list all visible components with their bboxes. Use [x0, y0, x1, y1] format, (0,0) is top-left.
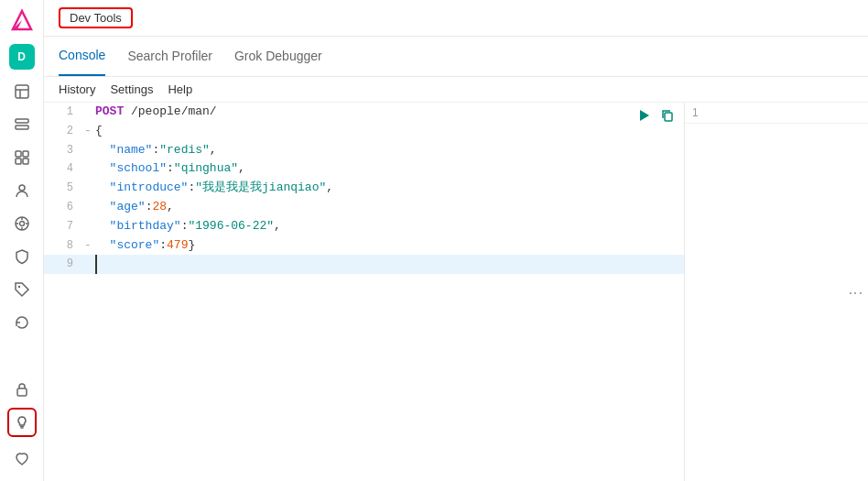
layers-icon[interactable] — [7, 110, 37, 139]
svg-rect-10 — [23, 159, 28, 164]
svg-rect-2 — [16, 85, 28, 98]
code-editor[interactable]: 1 POST /people/man/ 2 - { 3 "name":"redi… — [44, 103, 684, 481]
code-line-4: 4 "school":"qinghua", — [44, 159, 684, 179]
help-menu[interactable]: Help — [168, 82, 192, 96]
svg-rect-9 — [16, 159, 21, 164]
app-logo — [9, 7, 35, 33]
code-line-7: 7 "birthday":"1996-06-22", — [44, 217, 684, 236]
header: Dev Tools — [44, 0, 868, 37]
home-icon[interactable] — [7, 77, 37, 106]
code-line-1: 1 POST /people/man/ — [44, 103, 684, 122]
svg-rect-23 — [665, 113, 672, 121]
sidebar: D — [0, 0, 44, 481]
code-line-8: 8 - "score":479} — [44, 236, 684, 256]
result-content — [685, 124, 868, 481]
user-avatar[interactable]: D — [9, 44, 35, 70]
svg-rect-8 — [23, 151, 28, 157]
refresh-icon[interactable] — [7, 308, 37, 337]
lock-icon[interactable] — [7, 375, 37, 404]
svg-point-13 — [19, 222, 24, 226]
code-line-9: 9 — [44, 255, 684, 274]
result-panel: 1 ⋮ — [685, 103, 868, 481]
code-line-3: 3 "name":"redis", — [44, 141, 684, 160]
svg-rect-5 — [16, 119, 28, 123]
code-line-2: 2 - { — [44, 122, 684, 141]
tab-search-profiler[interactable]: Search Profiler — [127, 37, 212, 76]
dev-tools-badge: Dev Tools — [59, 7, 133, 28]
code-line-6: 6 "age":28, — [44, 198, 684, 217]
editor-area: 1 POST /people/man/ 2 - { 3 "name":"redi… — [44, 103, 868, 481]
svg-point-18 — [17, 286, 19, 288]
history-menu[interactable]: History — [59, 82, 95, 96]
tab-grok-debugger[interactable]: Grok Debugger — [234, 37, 322, 76]
shield-icon[interactable] — [7, 242, 37, 271]
kibana-logo-icon — [9, 7, 35, 33]
panel-resize-handle[interactable]: ⋮ — [847, 286, 864, 299]
svg-marker-22 — [640, 110, 649, 121]
svg-rect-7 — [16, 151, 21, 157]
console-toolbar: History Settings Help — [44, 77, 868, 103]
grid-icon[interactable] — [7, 143, 37, 172]
copy-button[interactable] — [658, 106, 677, 125]
run-button[interactable] — [635, 106, 653, 125]
settings-circle-icon[interactable] — [7, 209, 37, 238]
result-header: 1 — [685, 103, 868, 124]
tabs-bar: Console Search Profiler Grok Debugger — [44, 37, 868, 77]
code-panel: 1 POST /people/man/ 2 - { 3 "name":"redi… — [44, 103, 685, 481]
person-icon[interactable] — [7, 176, 37, 205]
bulb-icon[interactable] — [7, 408, 37, 437]
code-line-5: 5 "introduce":"我是我是我jianqiao", — [44, 179, 684, 198]
tag-icon[interactable] — [7, 275, 37, 304]
svg-point-11 — [19, 185, 25, 191]
heart-icon[interactable] — [7, 444, 37, 474]
main-content: Dev Tools Console Search Profiler Grok D… — [44, 0, 868, 481]
svg-rect-19 — [17, 388, 27, 396]
tab-console[interactable]: Console — [59, 37, 105, 76]
svg-rect-6 — [16, 126, 28, 129]
code-action-toolbar — [635, 106, 677, 125]
settings-menu[interactable]: Settings — [110, 82, 153, 96]
